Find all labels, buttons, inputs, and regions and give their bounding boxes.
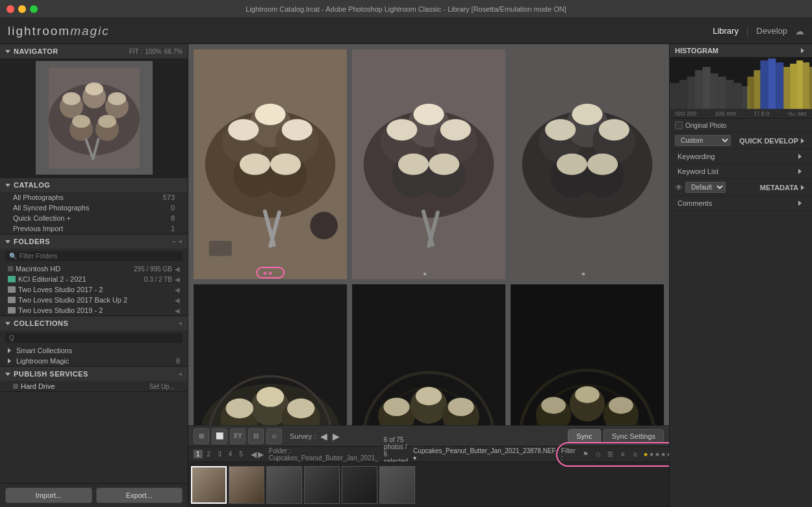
page-5[interactable]: 5: [236, 450, 246, 458]
photo-cell-5[interactable]: ★★···: [352, 284, 505, 425]
folder-two-loves-2017[interactable]: Two Loves Studio 2017 - 2 ◀: [0, 284, 188, 295]
filter-star-5[interactable]: ★: [666, 451, 669, 458]
filmstrip-thumb-1[interactable]: [191, 466, 227, 504]
svg-rect-117: [796, 60, 803, 109]
folder-kci-editorial[interactable]: KCI Editorial 2 - 2021 0.3 / 2 TB ◀: [0, 274, 188, 284]
navigator-zoom100[interactable]: 100%: [145, 48, 162, 55]
grid-view-btn[interactable]: ⊞: [194, 428, 209, 444]
svg-rect-119: [809, 67, 812, 109]
export-button[interactable]: Export...: [96, 488, 183, 503]
close-button[interactable]: [6, 5, 14, 13]
maximize-button[interactable]: [30, 5, 38, 13]
photo-rating-2: ★····: [422, 271, 435, 277]
filter-flag-icon[interactable]: ⚑: [581, 449, 591, 460]
nav-prev-arrow[interactable]: ◀: [251, 450, 257, 459]
survey-view-btn[interactable]: ⊟: [248, 428, 264, 444]
folders-plus-icon[interactable]: +: [179, 238, 183, 245]
folders-section: Folders − + 🔍 Macintosh HD 295 / 995 GB: [0, 234, 188, 316]
sync-button[interactable]: Sync: [568, 429, 600, 443]
filter-bar: Filter : ⚑ ◇ ☰ ≡ ≥ ★ ★ ★ ★ ★: [561, 447, 669, 462]
photo-cell-2[interactable]: ★····: [352, 49, 505, 279]
collections-plus-icon[interactable]: +: [179, 320, 183, 327]
navigator-fit[interactable]: FIT :: [129, 48, 142, 55]
filter-list-icon[interactable]: ≡: [618, 449, 628, 460]
filmstrip-thumb-5[interactable]: [342, 466, 377, 504]
catalog-header[interactable]: Catalog: [0, 178, 188, 192]
photo-svg-5: [352, 284, 505, 425]
navigator-header[interactable]: Navigator FIT : 100% 66.7%: [0, 44, 188, 58]
custom-preset-select[interactable]: Custom Adobe Color Adobe Vivid: [675, 135, 731, 146]
folder-macintosh-hd[interactable]: Macintosh HD 295 / 995 GB ◀: [0, 264, 188, 274]
folder-arrow-icon2: ◀: [175, 276, 180, 283]
page-4[interactable]: 4: [226, 450, 235, 458]
svg-rect-111: [768, 58, 776, 109]
publish-services-plus-icon[interactable]: +: [179, 371, 183, 378]
filter-star-4[interactable]: ★: [661, 451, 666, 458]
photo-cell-1[interactable]: ★★···: [194, 49, 347, 279]
photo-name-label[interactable]: Cupcakes_Peanut_Butter_Jan_2021_23878.NE…: [413, 447, 556, 462]
photo-cell-3[interactable]: ★····: [511, 49, 664, 279]
photo-thumb-3: [511, 49, 664, 279]
survey-prev-btn[interactable]: ◀: [318, 431, 329, 441]
nav-develop[interactable]: Develop: [756, 26, 787, 36]
filmstrip-image-5: [342, 467, 377, 503]
original-photo-row: Original Photo: [670, 119, 812, 132]
survey-next-btn[interactable]: ▶: [331, 431, 342, 441]
collections-search-input[interactable]: [9, 334, 179, 341]
folder-path-label: Folder : Cupcakes_Peanut_Butter_Jan_2021…: [269, 447, 379, 462]
filmstrip-thumb-2[interactable]: [229, 466, 264, 504]
people-view-btn[interactable]: ☺: [266, 428, 282, 444]
photo-cell-6[interactable]: ★····: [511, 284, 664, 425]
folder-search-input[interactable]: [19, 253, 179, 260]
filmstrip-thumb-4[interactable]: [304, 466, 340, 504]
photo-image-2: [352, 49, 505, 279]
histogram-header[interactable]: Histogram: [670, 44, 812, 57]
nav-library[interactable]: Library: [713, 26, 739, 36]
filter-star-3[interactable]: ★: [655, 451, 660, 458]
window-title: Lightroom Catalog.lrcat - Adobe Photosho…: [246, 5, 566, 13]
folder-two-loves-2019[interactable]: Two Loves Studio 2019 - 2 ◀: [0, 305, 188, 315]
navigator-zoom66[interactable]: 66.7%: [164, 48, 183, 55]
catalog-item-quick-collection[interactable]: Quick Collection + 8: [0, 213, 188, 223]
page-3[interactable]: 3: [215, 450, 224, 458]
catalog-item-synced[interactable]: All Synced Photographs 0: [0, 203, 188, 213]
app-body: Navigator FIT : 100% 66.7%: [0, 44, 812, 507]
filter-star-1[interactable]: ★: [643, 451, 648, 458]
catalog-section: Catalog All Photographs 573 All Synced P…: [0, 178, 188, 234]
comments-row[interactable]: Comments: [670, 196, 812, 211]
catalog-item-previous-import[interactable]: Previous Import 1: [0, 223, 188, 234]
page-1[interactable]: 1: [194, 450, 203, 458]
navigator-image[interactable]: [36, 61, 153, 175]
original-photo-checkbox[interactable]: [675, 121, 683, 129]
filter-color-icon[interactable]: ☰: [605, 449, 616, 460]
filter-star-2[interactable]: ★: [649, 451, 654, 458]
filmstrip-thumb-6[interactable]: [379, 466, 415, 504]
sync-settings-button[interactable]: Sync Settings: [603, 429, 664, 443]
folders-header[interactable]: Folders − +: [0, 234, 188, 249]
collection-group-smart[interactable]: Smart Collections: [0, 345, 188, 356]
set-up-link[interactable]: Set Up...: [149, 383, 175, 390]
folders-minus-icon[interactable]: −: [172, 238, 176, 245]
folder-two-loves-2017-backup[interactable]: Two Loves Studio 2017 Back Up 2 ◀: [0, 295, 188, 305]
keyword-list-row[interactable]: Keyword List: [670, 164, 812, 179]
collection-group-lr-magic[interactable]: Lightroom Magic 8: [0, 356, 188, 366]
keywording-label: Keywording: [678, 153, 715, 160]
nav-next-arrow[interactable]: ▶: [258, 450, 264, 459]
loupe-view-btn[interactable]: ⬜: [212, 428, 227, 444]
collections-header[interactable]: Collections +: [0, 316, 188, 330]
filter-diamond-icon[interactable]: ◇: [593, 449, 603, 460]
minimize-button[interactable]: [18, 5, 26, 13]
publish-hard-drive[interactable]: Hard Drive Set Up...: [0, 381, 188, 391]
page-2[interactable]: 2: [205, 450, 214, 458]
publish-services-header[interactable]: Publish Services +: [0, 367, 188, 381]
filter-gte-icon[interactable]: ≥: [630, 449, 641, 460]
keywording-row[interactable]: Keywording: [670, 149, 812, 164]
comments-icon: [798, 201, 804, 206]
photo-cell-4[interactable]: ★★···: [194, 284, 347, 425]
compare-view-btn[interactable]: XY: [230, 428, 246, 444]
filmstrip-thumb-3[interactable]: [266, 466, 302, 504]
catalog-item-all-photos[interactable]: All Photographs 573: [0, 192, 188, 203]
metadata-preset-select[interactable]: Default EXIF IPTC: [685, 182, 726, 193]
import-button[interactable]: Import...: [5, 488, 92, 503]
hd-icon: [8, 266, 13, 271]
